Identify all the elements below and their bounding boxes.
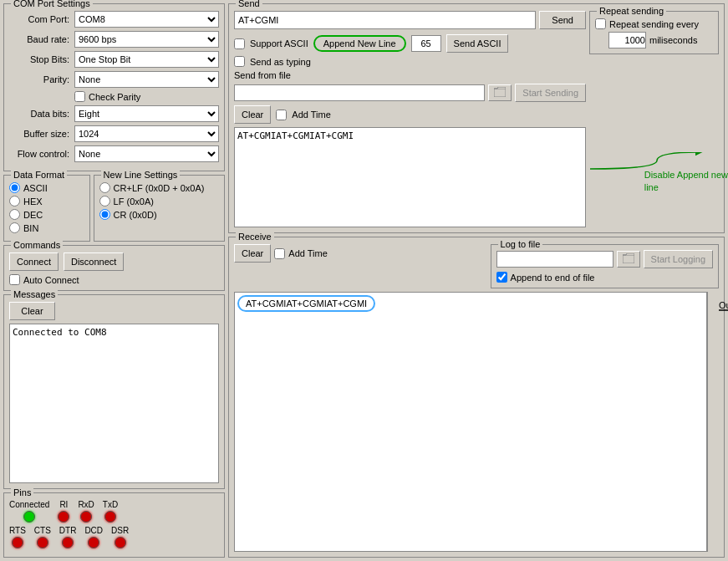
send-title: Send (236, 0, 262, 8)
pin-connected-light (23, 511, 35, 523)
pin-dcd: DCD (84, 526, 103, 548)
pin-rts-light (12, 537, 23, 548)
pin-connected: Connected (9, 500, 49, 523)
repeat-ms-input[interactable] (608, 32, 646, 48)
check-parity-checkbox[interactable] (74, 91, 85, 102)
repeat-sending-label: Repeat sending every (609, 19, 699, 29)
send-file-input[interactable] (234, 84, 485, 101)
pin-ri-light (58, 511, 69, 523)
data-format-ascii-radio[interactable] (9, 182, 20, 193)
flow-control-select[interactable]: None (74, 145, 219, 162)
disconnect-button[interactable]: Disconnect (64, 252, 124, 271)
receive-scrollbar[interactable] (707, 292, 719, 552)
send-file-browse-button[interactable] (488, 84, 512, 101)
log-file-input[interactable] (496, 251, 613, 268)
messages-group: Messages Clear (3, 294, 225, 489)
send-button[interactable]: Send (539, 11, 586, 29)
parity-select[interactable]: None (74, 71, 219, 88)
messages-clear-button[interactable]: Clear (9, 302, 55, 320)
new-line-lf-radio[interactable] (99, 196, 110, 207)
data-format-dec-radio[interactable] (9, 209, 20, 220)
data-format-hex-radio[interactable] (9, 196, 20, 207)
messages-title: Messages (11, 289, 58, 299)
stop-bits-label: Stop Bits: (9, 54, 74, 64)
append-to-end-checkbox[interactable] (496, 272, 507, 283)
pin-dsr-light (115, 537, 126, 548)
buffer-size-label: Buffer size: (9, 129, 74, 139)
send-text-input[interactable] (234, 11, 536, 29)
log-file-title: Log to file (498, 239, 543, 249)
append-new-line-button[interactable]: Append New Line (313, 35, 406, 52)
commands-group: Commands Connect Disconnect Auto Connect (3, 245, 225, 291)
start-sending-button[interactable]: Start Sending (515, 84, 586, 102)
support-ascii-label: Support ASCII (250, 38, 308, 48)
folder-icon (494, 87, 506, 97)
connect-button[interactable]: Connect (9, 252, 59, 271)
data-format-ascii-label: ASCII (23, 183, 48, 193)
log-file-group: Log to file Start Logging Append to end … (491, 244, 719, 288)
stop-bits-select[interactable]: One Stop Bit (74, 51, 219, 68)
send-group: Send Send Support ASCII Append New Line … (228, 3, 725, 233)
receive-title: Receive (236, 232, 274, 242)
auto-connect-checkbox[interactable] (9, 274, 20, 285)
pins-title: Pins (11, 487, 33, 497)
new-line-settings-title: New Line Settings (101, 170, 181, 180)
send-as-typing-label: Send as typing (250, 57, 311, 67)
annotation-arrow (590, 152, 724, 177)
new-line-crlf-radio[interactable] (99, 182, 110, 193)
add-time-send-checkbox[interactable] (276, 110, 287, 120)
baud-rate-label: Baud rate: (9, 34, 74, 44)
new-line-cr-radio[interactable] (99, 209, 110, 220)
new-line-crlf-label: CR+LF (0x0D + 0x0A) (114, 183, 205, 193)
pin-txd-light (104, 511, 116, 523)
com-port-settings-group: COM Port Settings Com Port: COM8 Baud ra… (3, 3, 225, 171)
repeat-sending-checkbox[interactable] (595, 18, 606, 29)
flow-control-label: Flow control: (9, 149, 74, 159)
commands-title: Commands (11, 240, 63, 250)
pin-rxd-light (80, 511, 92, 523)
data-bits-select[interactable]: Eight (74, 105, 219, 122)
check-parity-label: Check Parity (89, 92, 140, 102)
new-line-lf-label: LF (0x0A) (114, 196, 154, 207)
send-as-typing-checkbox[interactable] (234, 56, 245, 67)
receive-area: AT+CGMIAT+CGMIAT+CGMI (234, 292, 707, 552)
pin-dtr-light (62, 537, 74, 548)
start-logging-button[interactable]: Start Logging (644, 250, 713, 268)
send-from-file-label: Send from file (234, 70, 291, 80)
com-port-select[interactable]: COM8 (74, 11, 219, 28)
parity-label: Parity: (9, 74, 74, 84)
pin-dcd-light (88, 537, 99, 548)
repeat-sending-title: Repeat sending (597, 6, 666, 16)
support-ascii-checkbox[interactable] (234, 38, 245, 49)
pin-rts: RTS (9, 526, 26, 548)
send-ascii-button[interactable]: Send ASCII (446, 34, 509, 53)
new-line-settings-group: New Line Settings CR+LF (0x0D + 0x0A) LF… (94, 175, 225, 242)
data-format-title: Data Format (11, 170, 67, 180)
pin-dtr: DTR (59, 526, 77, 548)
buffer-size-select[interactable]: 1024 (74, 125, 219, 142)
add-time-receive-checkbox[interactable] (274, 248, 285, 259)
log-file-browse-button[interactable] (617, 251, 640, 268)
repeat-ms-label: miliseconds (649, 35, 697, 45)
data-format-dec-label: DEC (23, 210, 43, 220)
size-input[interactable] (411, 35, 441, 52)
send-history-area: AT+CGMIAT+CGMIAT+CGMI (234, 127, 586, 227)
data-format-bin-radio[interactable] (9, 222, 20, 233)
pin-ri: RI (58, 500, 69, 523)
add-time-send-label: Add Time (292, 110, 330, 120)
repeat-sending-group: Repeat sending Repeat sending every mili… (589, 11, 719, 54)
svg-rect-0 (494, 89, 506, 97)
append-to-end-label: Append to end of file (511, 273, 595, 283)
output-annotation: Output (719, 302, 728, 319)
pin-rxd: RxD (78, 500, 94, 523)
pins-group: Pins Connected RI RxD TxD (3, 492, 225, 558)
pin-cts: CTS (34, 526, 51, 548)
pin-cts-light (37, 537, 48, 548)
baud-rate-select[interactable]: 9600 bps (74, 31, 219, 48)
new-line-cr-label: CR (0x0D) (114, 210, 157, 220)
receive-clear-button[interactable]: Clear (234, 244, 271, 263)
com-port-settings-title: COM Port Settings (11, 0, 93, 8)
send-clear-button[interactable]: Clear (234, 105, 271, 124)
receive-group: Receive Clear Add Time Log to file (228, 237, 725, 558)
data-bits-label: Data bits: (9, 109, 74, 119)
